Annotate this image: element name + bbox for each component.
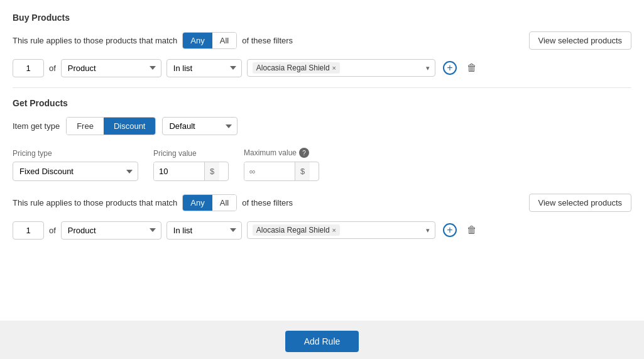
buy-quantity-input[interactable] — [13, 59, 44, 77]
get-all-btn[interactable]: All — [212, 195, 236, 211]
pricing-value-wrap: $ — [153, 162, 229, 181]
get-product-select[interactable]: Product — [61, 221, 161, 240]
add-rule-button[interactable]: Add Rule — [285, 331, 359, 352]
max-value-wrap: $ — [244, 162, 319, 181]
buy-delete-filter-btn[interactable]: 🗑 — [464, 60, 479, 76]
get-products-title: Get Products — [13, 98, 631, 108]
max-value-label: Maximum value ? — [244, 148, 319, 158]
item-type-label: Item get type — [13, 121, 60, 131]
buy-match-toggle: Any All — [182, 32, 237, 49]
pricing-type-label: Pricing type — [13, 149, 138, 158]
pricing-currency-symbol: $ — [204, 162, 219, 180]
get-tag-close-icon[interactable]: × — [332, 226, 336, 234]
buy-product-select[interactable]: Product — [61, 59, 161, 77]
max-value-field: Maximum value ? $ — [244, 148, 319, 181]
get-any-btn[interactable]: Any — [183, 195, 212, 211]
buy-filter-row: of Product In list Alocasia Regal Shield… — [13, 58, 631, 77]
buy-tag-input[interactable]: Alocasia Regal Shield × ▾ — [247, 59, 435, 77]
rule-text-before-buy: This rule applies to those products that… — [13, 36, 177, 45]
get-inlist-select[interactable]: In list — [166, 221, 242, 240]
buy-products-title: Buy Products — [13, 13, 631, 23]
max-currency-symbol: $ — [295, 162, 310, 180]
get-tag-value: Alocasia Regal Shield — [256, 226, 330, 235]
item-type-row: Item get type Free Discount Default — [13, 117, 631, 135]
get-filter-row: of Product In list Alocasia Regal Shield… — [13, 221, 631, 240]
rule-text-after-get: of these filters — [242, 198, 293, 207]
section-divider — [13, 87, 631, 88]
get-of-text: of — [49, 226, 56, 235]
buy-tag-dropdown-icon[interactable]: ▾ — [426, 64, 430, 72]
pricing-type-select[interactable]: Fixed Discount — [13, 162, 138, 181]
free-type-btn[interactable]: Free — [67, 118, 104, 135]
discount-type-btn[interactable]: Discount — [104, 118, 156, 135]
buy-tag-value: Alocasia Regal Shield — [256, 64, 330, 72]
buy-add-filter-btn[interactable]: + — [440, 58, 459, 77]
buy-delete-icon: 🗑 — [467, 62, 477, 74]
get-tag-input[interactable]: Alocasia Regal Shield × ▾ — [247, 221, 435, 239]
max-value-help-icon[interactable]: ? — [299, 148, 309, 158]
get-quantity-input[interactable] — [13, 221, 44, 240]
buy-of-text: of — [49, 64, 56, 73]
pricing-type-field: Pricing type Fixed Discount — [13, 149, 138, 181]
get-add-filter-btn[interactable]: + — [440, 221, 459, 240]
pricing-value-input[interactable] — [154, 162, 204, 180]
buy-add-circle-icon: + — [443, 61, 457, 75]
item-type-toggle: Free Discount — [66, 117, 156, 135]
pricing-value-label: Pricing value — [153, 149, 229, 158]
buy-any-btn[interactable]: Any — [183, 33, 212, 48]
get-tag: Alocasia Regal Shield × — [253, 224, 340, 236]
buy-inlist-select[interactable]: In list — [166, 59, 242, 77]
buy-tag: Alocasia Regal Shield × — [253, 62, 340, 74]
pricing-value-field: Pricing value $ — [153, 149, 229, 181]
footer-bar: Add Rule — [0, 321, 644, 359]
get-add-circle-icon: + — [443, 223, 457, 237]
buy-products-section: Buy Products This rule applies to those … — [13, 13, 631, 77]
buy-tag-close-icon[interactable]: × — [332, 64, 336, 72]
get-delete-filter-btn[interactable]: 🗑 — [464, 222, 479, 238]
get-match-toggle: Any All — [182, 194, 237, 211]
rule-text-before-get: This rule applies to those products that… — [13, 198, 177, 207]
get-delete-icon: 🗑 — [467, 224, 477, 236]
buy-all-btn[interactable]: All — [212, 33, 236, 48]
get-products-section: Get Products Item get type Free Discount… — [13, 98, 631, 240]
max-value-input[interactable] — [244, 162, 295, 180]
get-tag-dropdown-icon[interactable]: ▾ — [426, 226, 430, 235]
pricing-row: Pricing type Fixed Discount Pricing valu… — [13, 148, 631, 181]
get-rule-row: This rule applies to those products that… — [13, 194, 631, 212]
default-select[interactable]: Default — [162, 117, 237, 135]
rule-text-after-buy: of these filters — [242, 36, 293, 45]
view-selected-products-btn-buy[interactable]: View selected products — [529, 31, 631, 50]
view-selected-products-btn-get[interactable]: View selected products — [529, 194, 631, 212]
